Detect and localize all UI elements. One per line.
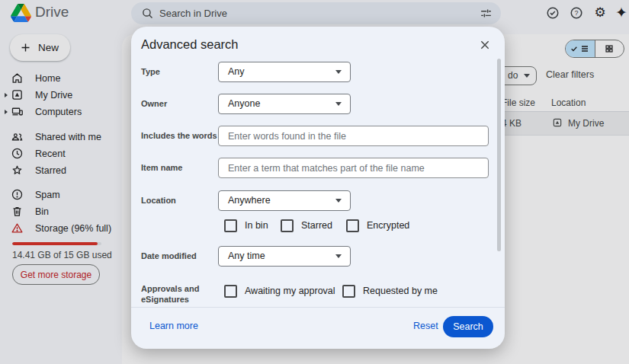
date-modified-select[interactable]: Any time: [218, 246, 351, 267]
type-select[interactable]: Any: [218, 62, 351, 82]
location-select[interactable]: Anywhere: [218, 190, 351, 211]
requested-by-me-checkbox[interactable]: [342, 285, 355, 298]
footer-divider: [131, 307, 505, 308]
type-select-value: Any: [228, 66, 245, 77]
approvals-label: Approvals and eSignatures: [141, 283, 217, 305]
encrypted-checkbox[interactable]: [346, 219, 359, 232]
item-name-input[interactable]: [218, 158, 489, 178]
search-button[interactable]: Search: [443, 316, 493, 337]
in-bin-checkbox-label: In bin: [245, 220, 268, 231]
dialog-scrollbar[interactable]: [497, 59, 501, 251]
includes-words-input[interactable]: [218, 126, 489, 146]
learn-more-link[interactable]: Learn more: [149, 321, 198, 331]
dialog-title: Advanced search: [141, 37, 239, 52]
chevron-down-icon: [335, 70, 342, 74]
awaiting-approval-checkbox[interactable]: [224, 285, 237, 298]
requested-by-me-checkbox-label: Requested by me: [363, 286, 438, 296]
starred-checkbox-label: Starred: [301, 220, 332, 231]
in-bin-checkbox[interactable]: [224, 219, 237, 232]
location-label: Location: [141, 195, 217, 206]
reset-button[interactable]: Reset: [413, 321, 438, 331]
location-select-value: Anywhere: [228, 195, 271, 206]
advanced-search-dialog: Advanced search Type Any Owner Anyone In…: [131, 27, 505, 349]
item-name-label: Item name: [141, 162, 217, 173]
includes-words-label: Includes the words: [141, 130, 217, 141]
owner-label: Owner: [141, 98, 217, 109]
type-label: Type: [141, 66, 217, 77]
chevron-down-icon: [335, 102, 342, 106]
encrypted-checkbox-label: Encrypted: [367, 220, 409, 231]
date-modified-select-value: Any time: [228, 251, 265, 261]
owner-select-value: Anyone: [228, 98, 260, 109]
chevron-down-icon: [335, 199, 342, 203]
owner-select[interactable]: Anyone: [218, 94, 351, 114]
starred-checkbox[interactable]: [281, 219, 294, 232]
chevron-down-icon: [335, 254, 342, 258]
close-icon[interactable]: [479, 39, 491, 51]
awaiting-approval-checkbox-label: Awaiting my approval: [245, 286, 335, 296]
date-modified-label: Date modified: [141, 251, 217, 261]
